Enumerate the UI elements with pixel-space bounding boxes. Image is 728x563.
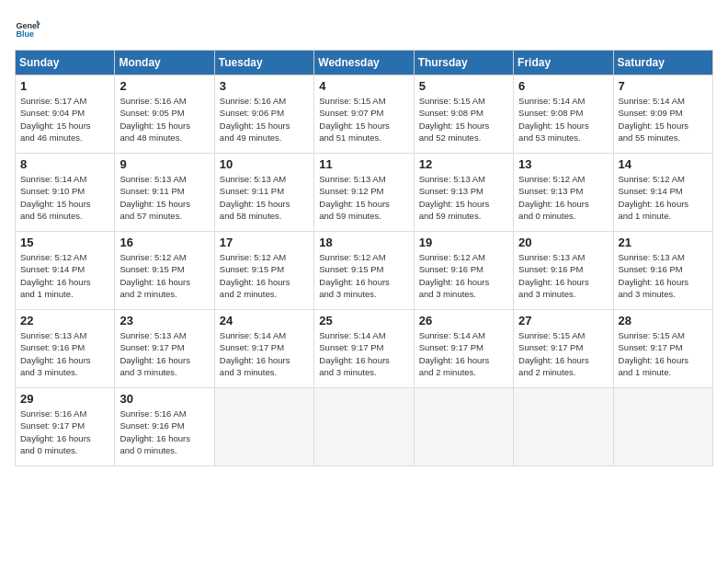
calendar-week-2: 8Sunrise: 5:14 AM Sunset: 9:10 PM Daylig… [16,154,713,232]
day-info: Sunrise: 5:14 AM Sunset: 9:09 PM Dayligh… [619,95,708,144]
header-day-monday: Monday [115,51,214,75]
calendar-cell: 24Sunrise: 5:14 AM Sunset: 9:17 PM Dayli… [214,310,313,388]
day-info: Sunrise: 5:13 AM Sunset: 9:12 PM Dayligh… [319,173,408,222]
day-info: Sunrise: 5:14 AM Sunset: 9:17 PM Dayligh… [419,329,508,378]
day-info: Sunrise: 5:12 AM Sunset: 9:14 PM Dayligh… [619,173,708,222]
day-info: Sunrise: 5:12 AM Sunset: 9:15 PM Dayligh… [119,251,209,300]
day-info: Sunrise: 5:15 AM Sunset: 9:08 PM Dayligh… [419,95,508,144]
day-info: Sunrise: 5:13 AM Sunset: 9:11 PM Dayligh… [119,173,209,222]
day-number: 29 [20,392,109,406]
calendar-cell: 15Sunrise: 5:12 AM Sunset: 9:14 PM Dayli… [16,232,115,310]
header-day-tuesday: Tuesday [214,51,313,75]
calendar-cell: 18Sunrise: 5:12 AM Sunset: 9:15 PM Dayli… [314,232,414,310]
day-number: 3 [220,79,309,93]
calendar-cell: 21Sunrise: 5:13 AM Sunset: 9:16 PM Dayli… [613,232,712,310]
calendar-cell: 10Sunrise: 5:13 AM Sunset: 9:11 PM Dayli… [214,154,313,232]
calendar-week-4: 22Sunrise: 5:13 AM Sunset: 9:16 PM Dayli… [16,310,713,388]
day-number: 13 [518,157,608,171]
header-day-saturday: Saturday [613,51,712,75]
calendar-week-5: 29Sunrise: 5:16 AM Sunset: 9:17 PM Dayli… [16,388,713,466]
svg-text:Blue: Blue [16,29,34,39]
calendar-cell: 22Sunrise: 5:13 AM Sunset: 9:16 PM Dayli… [16,310,115,388]
calendar-cell: 29Sunrise: 5:16 AM Sunset: 9:17 PM Dayli… [16,388,115,466]
calendar-cell: 4Sunrise: 5:15 AM Sunset: 9:07 PM Daylig… [314,75,414,154]
calendar-cell: 30Sunrise: 5:16 AM Sunset: 9:16 PM Dayli… [115,388,214,466]
calendar-cell: 12Sunrise: 5:13 AM Sunset: 9:13 PM Dayli… [414,154,513,232]
calendar-body: 1Sunrise: 5:17 AM Sunset: 9:04 PM Daylig… [16,75,713,466]
day-info: Sunrise: 5:14 AM Sunset: 9:17 PM Dayligh… [220,329,309,378]
day-number: 28 [619,314,708,327]
day-info: Sunrise: 5:16 AM Sunset: 9:06 PM Dayligh… [220,95,309,144]
calendar-cell: 14Sunrise: 5:12 AM Sunset: 9:14 PM Dayli… [613,154,712,232]
day-number: 14 [619,157,708,171]
calendar-cell: 3Sunrise: 5:16 AM Sunset: 9:06 PM Daylig… [214,75,313,154]
day-info: Sunrise: 5:12 AM Sunset: 9:14 PM Dayligh… [20,251,109,300]
day-number: 26 [419,314,508,327]
day-info: Sunrise: 5:12 AM Sunset: 9:16 PM Dayligh… [419,251,508,300]
header-day-wednesday: Wednesday [314,51,414,75]
day-number: 20 [518,236,608,249]
calendar-cell: 9Sunrise: 5:13 AM Sunset: 9:11 PM Daylig… [115,154,214,232]
calendar-cell: 20Sunrise: 5:13 AM Sunset: 9:16 PM Dayli… [514,232,613,310]
day-number: 1 [20,79,109,93]
calendar-cell: 1Sunrise: 5:17 AM Sunset: 9:04 PM Daylig… [16,75,115,154]
calendar-header: SundayMondayTuesdayWednesdayThursdayFrid… [16,51,713,75]
calendar-cell: 19Sunrise: 5:12 AM Sunset: 9:16 PM Dayli… [414,232,513,310]
day-number: 27 [518,314,608,327]
day-number: 18 [319,236,408,249]
calendar-cell: 2Sunrise: 5:16 AM Sunset: 9:05 PM Daylig… [115,75,214,154]
day-number: 6 [518,79,608,93]
day-info: Sunrise: 5:12 AM Sunset: 9:15 PM Dayligh… [220,251,309,300]
day-info: Sunrise: 5:14 AM Sunset: 9:17 PM Dayligh… [319,329,408,378]
calendar-cell [514,388,613,466]
day-info: Sunrise: 5:13 AM Sunset: 9:16 PM Dayligh… [518,251,608,300]
day-info: Sunrise: 5:14 AM Sunset: 9:10 PM Dayligh… [20,173,109,222]
calendar-cell: 25Sunrise: 5:14 AM Sunset: 9:17 PM Dayli… [314,310,414,388]
day-info: Sunrise: 5:17 AM Sunset: 9:04 PM Dayligh… [20,95,109,144]
day-number: 21 [619,236,708,249]
day-number: 24 [220,314,309,327]
day-info: Sunrise: 5:12 AM Sunset: 9:15 PM Dayligh… [319,251,408,300]
day-number: 30 [119,392,209,406]
calendar-cell: 23Sunrise: 5:13 AM Sunset: 9:17 PM Dayli… [115,310,214,388]
header-day-friday: Friday [514,51,613,75]
calendar-week-1: 1Sunrise: 5:17 AM Sunset: 9:04 PM Daylig… [16,75,713,154]
header-day-thursday: Thursday [414,51,513,75]
calendar-cell: 8Sunrise: 5:14 AM Sunset: 9:10 PM Daylig… [16,154,115,232]
calendar-table: SundayMondayTuesdayWednesdayThursdayFrid… [15,50,713,466]
calendar-cell: 13Sunrise: 5:12 AM Sunset: 9:13 PM Dayli… [514,154,613,232]
calendar-week-3: 15Sunrise: 5:12 AM Sunset: 9:14 PM Dayli… [16,232,713,310]
day-number: 8 [20,157,109,171]
day-info: Sunrise: 5:13 AM Sunset: 9:16 PM Dayligh… [619,251,708,300]
calendar-cell: 11Sunrise: 5:13 AM Sunset: 9:12 PM Dayli… [314,154,414,232]
calendar-cell [613,388,712,466]
day-number: 2 [119,79,209,93]
day-number: 17 [220,236,309,249]
day-info: Sunrise: 5:16 AM Sunset: 9:05 PM Dayligh… [119,95,209,144]
day-number: 19 [419,236,508,249]
logo: General Blue [15,15,40,40]
calendar-cell: 16Sunrise: 5:12 AM Sunset: 9:15 PM Dayli… [115,232,214,310]
day-info: Sunrise: 5:15 AM Sunset: 9:17 PM Dayligh… [619,329,708,378]
calendar-cell: 5Sunrise: 5:15 AM Sunset: 9:08 PM Daylig… [414,75,513,154]
day-info: Sunrise: 5:15 AM Sunset: 9:07 PM Dayligh… [319,95,408,144]
calendar-cell: 28Sunrise: 5:15 AM Sunset: 9:17 PM Dayli… [613,310,712,388]
day-number: 5 [419,79,508,93]
day-number: 23 [119,314,209,327]
calendar-cell: 6Sunrise: 5:14 AM Sunset: 9:08 PM Daylig… [514,75,613,154]
calendar-cell: 27Sunrise: 5:15 AM Sunset: 9:17 PM Dayli… [514,310,613,388]
day-info: Sunrise: 5:16 AM Sunset: 9:17 PM Dayligh… [20,408,109,456]
header-day-sunday: Sunday [16,51,115,75]
day-info: Sunrise: 5:16 AM Sunset: 9:16 PM Dayligh… [119,408,209,456]
calendar-cell: 17Sunrise: 5:12 AM Sunset: 9:15 PM Dayli… [214,232,313,310]
calendar-cell [314,388,414,466]
header: General Blue [15,15,713,40]
day-number: 7 [619,79,708,93]
day-info: Sunrise: 5:15 AM Sunset: 9:17 PM Dayligh… [518,329,608,378]
calendar-cell [214,388,313,466]
day-info: Sunrise: 5:13 AM Sunset: 9:11 PM Dayligh… [220,173,309,222]
day-number: 12 [419,157,508,171]
day-info: Sunrise: 5:13 AM Sunset: 9:17 PM Dayligh… [119,329,209,378]
day-number: 25 [319,314,408,327]
day-info: Sunrise: 5:12 AM Sunset: 9:13 PM Dayligh… [518,173,608,222]
